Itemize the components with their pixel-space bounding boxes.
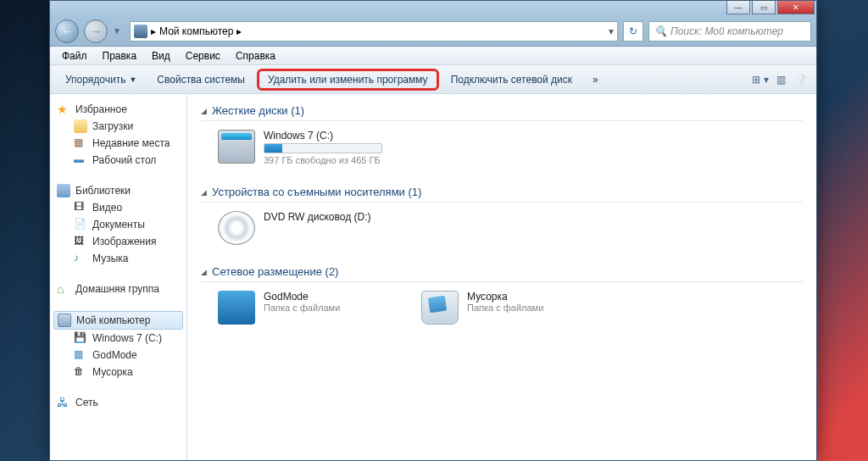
space-fill — [264, 144, 282, 153]
homegroup-icon: ⌂ — [57, 282, 70, 296]
view-mode-button[interactable]: ⊞ ▾ — [752, 71, 769, 88]
music-icon: ♪ — [74, 252, 87, 265]
trash-icon — [421, 291, 459, 325]
godmode-icon — [218, 291, 255, 325]
address-bar[interactable]: ▸ Мой компьютер ▸ ▾ — [130, 21, 618, 42]
refresh-button[interactable]: ↻ — [623, 21, 643, 42]
folder-icon: ▦ — [74, 348, 87, 362]
sidebar-item-downloads[interactable]: Загрузки — [50, 118, 186, 135]
desktop-icon: ▬ — [74, 153, 87, 167]
drive-dvd[interactable]: DVD RW дисковод (D:) — [218, 211, 438, 245]
menu-help[interactable]: Справка — [229, 48, 282, 64]
sidebar-homegroup[interactable]: ⌂Домашняя группа — [50, 280, 186, 297]
search-placeholder: Поиск: Мой компьютер — [670, 25, 783, 37]
sidebar-item-pictures[interactable]: 🖼Изображения — [50, 233, 186, 250]
menu-tools[interactable]: Сервис — [179, 48, 227, 64]
help-button[interactable]: ❔ — [793, 71, 810, 88]
sidebar-item-godmode[interactable]: ▦GodMode — [50, 347, 186, 364]
command-bar: Упорядочить ▼ Свойства системы Удалить и… — [50, 65, 816, 94]
trash-icon: 🗑 — [74, 365, 87, 379]
dvd-drive-icon — [218, 211, 255, 245]
more-commands-button[interactable]: » — [584, 70, 607, 89]
item-name: GodMode — [264, 291, 340, 303]
maximize-button[interactable]: ▭ — [752, 1, 776, 14]
computer-icon — [134, 25, 147, 38]
uninstall-program-button[interactable]: Удалить или изменить программу — [257, 69, 439, 91]
organize-button[interactable]: Упорядочить ▼ — [57, 70, 145, 89]
explorer-window: — ▭ ✕ ← → ▼ ▸ Мой компьютер ▸ ▾ ↻ 🔍 Поис… — [49, 0, 817, 461]
sidebar-item-documents[interactable]: 📄Документы — [50, 216, 186, 233]
sidebar-item-recent[interactable]: ▦Недавние места — [50, 135, 186, 152]
drive-icon: 💾 — [74, 331, 87, 345]
close-button[interactable]: ✕ — [777, 1, 815, 14]
hard-drive-icon — [218, 130, 255, 164]
history-dropdown-icon[interactable]: ▼ — [113, 26, 125, 36]
collapse-icon: ◢ — [201, 268, 207, 276]
drive-name: Windows 7 (C:) — [264, 130, 438, 142]
forward-button[interactable]: → — [84, 19, 108, 43]
menu-file[interactable]: Файл — [55, 48, 94, 64]
item-type: Папка с файлами — [264, 303, 340, 313]
menu-bar: Файл Правка Вид Сервис Справка — [50, 47, 816, 65]
folder-icon — [74, 119, 87, 133]
map-network-drive-button[interactable]: Подключить сетевой диск — [442, 70, 581, 89]
back-button[interactable]: ← — [55, 19, 79, 43]
sidebar-item-videos[interactable]: 🎞Видео — [50, 199, 186, 216]
address-dropdown-icon[interactable]: ▾ — [609, 25, 614, 37]
sidebar-item-trash[interactable]: 🗑Мусорка — [50, 364, 186, 380]
minimize-button[interactable]: — — [726, 1, 750, 14]
collapse-icon: ◢ — [201, 188, 207, 197]
drive-c[interactable]: Windows 7 (C:) 397 ГБ свободно из 465 ГБ — [218, 130, 438, 165]
sidebar-computer[interactable]: Мой компьютер — [53, 311, 183, 330]
menu-view[interactable]: Вид — [145, 48, 177, 64]
search-icon: 🔍 — [654, 25, 667, 37]
netloc-godmode[interactable]: GodModeПапка с файлами — [218, 291, 404, 325]
video-icon: 🎞 — [74, 201, 87, 214]
search-box[interactable]: 🔍 Поиск: Мой компьютер — [648, 21, 811, 42]
titlebar: — ▭ ✕ — [50, 1, 816, 16]
pictures-icon: 🖼 — [74, 235, 87, 248]
libraries-icon — [57, 184, 70, 197]
menu-edit[interactable]: Правка — [96, 48, 144, 64]
sidebar-item-drive-c[interactable]: 💾Windows 7 (C:) — [50, 330, 186, 347]
recent-icon: ▦ — [74, 136, 87, 150]
drive-name: DVD RW дисковод (D:) — [264, 211, 438, 223]
network-icon: 🖧 — [57, 396, 70, 409]
content-pane: ◢Жесткие диски (1) Windows 7 (C:) 397 ГБ… — [187, 94, 816, 460]
nav-bar: ← → ▼ ▸ Мой компьютер ▸ ▾ ↻ 🔍 Поиск: Мой… — [50, 16, 816, 47]
star-icon: ★ — [57, 103, 70, 116]
preview-pane-button[interactable]: ▥ — [772, 71, 789, 88]
system-properties-button[interactable]: Свойства системы — [148, 70, 253, 89]
sidebar-favorites[interactable]: ★Избранное — [50, 101, 186, 118]
sidebar-item-music[interactable]: ♪Музыка — [50, 250, 186, 267]
navigation-pane: ★Избранное Загрузки ▦Недавние места ▬Раб… — [50, 94, 187, 460]
space-bar — [264, 143, 382, 153]
collapse-icon: ◢ — [201, 107, 207, 115]
drive-status: 397 ГБ свободно из 465 ГБ — [264, 155, 438, 165]
section-hard-drives[interactable]: ◢Жесткие диски (1) — [201, 101, 803, 121]
sidebar-network[interactable]: 🖧Сеть — [50, 394, 186, 411]
breadcrumb-root[interactable]: Мой компьютер — [159, 25, 233, 37]
item-name: Мусорка — [467, 291, 543, 303]
netloc-trash[interactable]: МусоркаПапка с файлами — [421, 291, 608, 325]
section-removable[interactable]: ◢Устройства со съемными носителями (1) — [201, 182, 803, 203]
sidebar-libraries[interactable]: Библиотеки — [50, 182, 186, 199]
sidebar-item-desktop[interactable]: ▬Рабочий стол — [50, 152, 186, 169]
chevron-down-icon: ▼ — [129, 75, 136, 84]
item-type: Папка с файлами — [467, 303, 543, 313]
computer-icon — [58, 314, 71, 327]
document-icon: 📄 — [74, 218, 87, 231]
section-network-locations[interactable]: ◢Сетевое размещение (2) — [201, 262, 803, 282]
